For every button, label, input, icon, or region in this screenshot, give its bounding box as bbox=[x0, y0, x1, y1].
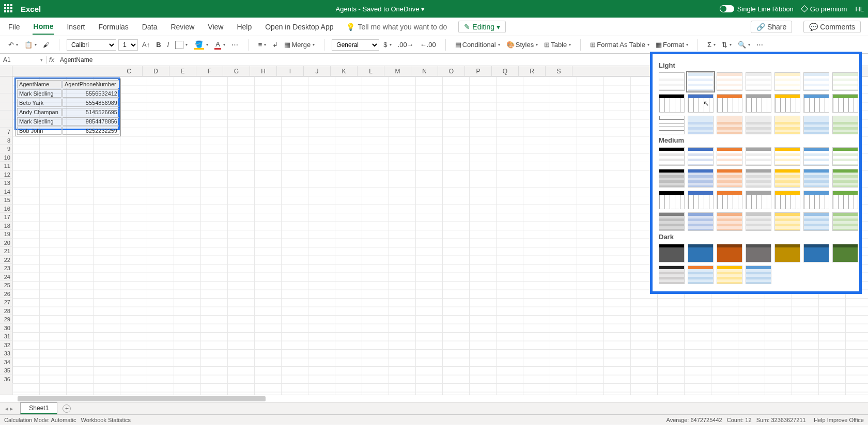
increase-font-button[interactable]: A↑ bbox=[140, 40, 152, 50]
table-cell[interactable]: Mark Siedling bbox=[17, 117, 61, 126]
table-header[interactable]: AgentName bbox=[17, 80, 61, 88]
column-header[interactable]: G bbox=[223, 66, 250, 76]
bold-button[interactable]: B bbox=[154, 40, 163, 50]
tab-formulas[interactable]: Formulas bbox=[97, 20, 129, 34]
share-button[interactable]: 🔗Share bbox=[751, 21, 792, 33]
workbook-stats[interactable]: Workbook Statistics bbox=[81, 417, 131, 423]
table-style-swatch[interactable] bbox=[659, 116, 685, 134]
table-cell[interactable]: 9854478856 bbox=[63, 117, 119, 126]
table-cell[interactable]: Beto Yark bbox=[17, 99, 61, 107]
row-header[interactable]: 23 bbox=[0, 264, 12, 273]
tab-home[interactable]: Home bbox=[33, 19, 55, 35]
go-premium-button[interactable]: Go premium bbox=[802, 5, 847, 13]
row-header[interactable] bbox=[0, 111, 12, 119]
app-launcher-icon[interactable] bbox=[4, 4, 13, 13]
currency-button[interactable]: $ bbox=[381, 40, 393, 50]
column-header[interactable]: P bbox=[465, 66, 492, 76]
table-style-swatch[interactable] bbox=[688, 244, 714, 262]
column-header[interactable]: L bbox=[358, 66, 384, 76]
row-header[interactable]: 7 bbox=[0, 128, 12, 136]
table-style-swatch[interactable] bbox=[803, 116, 829, 134]
table-style-swatch[interactable] bbox=[717, 244, 742, 262]
table-cell[interactable]: Andy Champan bbox=[17, 108, 61, 116]
tab-view[interactable]: View bbox=[207, 20, 224, 34]
table-style-swatch[interactable] bbox=[774, 169, 800, 188]
column-header[interactable]: N bbox=[411, 66, 438, 76]
table-style-swatch[interactable] bbox=[774, 116, 800, 134]
table-style-swatch[interactable] bbox=[774, 72, 800, 91]
table-button[interactable]: ⊞ Table bbox=[542, 40, 573, 50]
table-style-swatch[interactable] bbox=[832, 212, 858, 231]
font-family-select[interactable]: Calibri bbox=[67, 39, 116, 51]
table-style-swatch[interactable] bbox=[688, 169, 714, 188]
table-style-swatch[interactable] bbox=[746, 244, 771, 262]
styles-button[interactable]: 🎨 Styles bbox=[504, 40, 540, 50]
column-header[interactable]: R bbox=[519, 66, 546, 76]
row-header[interactable]: 12 bbox=[0, 170, 12, 179]
autosum-button[interactable]: Σ bbox=[705, 40, 718, 50]
column-header[interactable]: E bbox=[169, 66, 196, 76]
row-header[interactable] bbox=[0, 76, 12, 85]
row-header[interactable]: 16 bbox=[0, 205, 12, 213]
tab-insert[interactable]: Insert bbox=[66, 20, 86, 34]
table-style-swatch[interactable] bbox=[688, 212, 714, 231]
table-style-swatch[interactable] bbox=[717, 212, 742, 231]
borders-button[interactable] bbox=[173, 40, 190, 50]
table-style-swatch[interactable] bbox=[746, 266, 771, 284]
table-header[interactable]: AgentPhoneNumber bbox=[63, 80, 119, 88]
table-style-swatch[interactable] bbox=[659, 147, 685, 166]
table-style-swatch[interactable] bbox=[832, 116, 858, 134]
table-style-swatch[interactable] bbox=[746, 212, 771, 231]
row-header[interactable]: 19 bbox=[0, 230, 12, 239]
row-header[interactable]: 34 bbox=[0, 358, 12, 367]
table-style-swatch[interactable] bbox=[774, 147, 800, 166]
row-header[interactable] bbox=[0, 94, 12, 102]
table-style-swatch[interactable] bbox=[803, 191, 829, 209]
increase-decimal-button[interactable]: .00→ bbox=[396, 40, 416, 50]
fill-color-button[interactable]: 🪣 bbox=[192, 39, 210, 51]
fx-icon[interactable]: fx bbox=[47, 56, 57, 64]
row-header[interactable]: 32 bbox=[0, 341, 12, 350]
find-button[interactable]: 🔍 bbox=[736, 40, 752, 50]
calc-mode[interactable]: Calculation Mode: Automatic bbox=[4, 417, 76, 423]
font-more-button[interactable]: ⋯ bbox=[229, 40, 241, 50]
table-style-swatch[interactable] bbox=[774, 244, 800, 262]
row-header[interactable]: 29 bbox=[0, 315, 12, 324]
table-style-swatch[interactable] bbox=[803, 72, 829, 91]
table-style-swatch[interactable] bbox=[659, 72, 685, 91]
row-header[interactable]: 13 bbox=[0, 179, 12, 188]
table-style-swatch[interactable] bbox=[746, 72, 771, 91]
table-cell[interactable]: 5554856989 bbox=[63, 99, 119, 107]
row-header[interactable]: 15 bbox=[0, 196, 12, 205]
table-style-swatch[interactable] bbox=[832, 147, 858, 166]
table-style-swatch[interactable] bbox=[746, 147, 771, 166]
table-cell[interactable]: 5145526695 bbox=[63, 108, 119, 116]
column-header[interactable]: M bbox=[384, 66, 411, 76]
table-style-swatch[interactable] bbox=[774, 191, 800, 209]
column-header[interactable]: S bbox=[546, 66, 572, 76]
row-header[interactable]: 36 bbox=[0, 375, 12, 384]
row-header[interactable]: 8 bbox=[0, 136, 12, 145]
ribbon-more-button[interactable]: ⋯ bbox=[754, 40, 766, 50]
table-style-swatch[interactable] bbox=[717, 266, 742, 284]
table-style-swatch[interactable] bbox=[688, 266, 714, 284]
format-button[interactable]: ▦ Format bbox=[654, 40, 690, 50]
row-header[interactable]: 20 bbox=[0, 239, 12, 247]
row-header[interactable]: 28 bbox=[0, 307, 12, 316]
table-style-swatch[interactable] bbox=[803, 169, 829, 188]
table-style-swatch[interactable] bbox=[717, 94, 742, 113]
merge-button[interactable]: ▦ Merge bbox=[282, 40, 317, 50]
column-header[interactable]: C bbox=[116, 66, 143, 76]
table-cell[interactable]: 6252232259 bbox=[63, 127, 119, 135]
horizontal-scrollbar[interactable] bbox=[0, 395, 868, 402]
open-in-desktop-button[interactable]: Open in Desktop App bbox=[264, 20, 334, 34]
name-box[interactable]: A1▾ bbox=[0, 56, 47, 64]
column-header[interactable]: H bbox=[250, 66, 277, 76]
column-header[interactable]: Q bbox=[492, 66, 519, 76]
tab-review[interactable]: Review bbox=[169, 20, 195, 34]
table-style-swatch[interactable] bbox=[803, 94, 829, 113]
table-style-swatch[interactable] bbox=[746, 191, 771, 209]
table-style-swatch[interactable] bbox=[659, 191, 685, 209]
table-style-swatch[interactable] bbox=[688, 116, 714, 134]
table-style-swatch[interactable] bbox=[659, 266, 685, 284]
